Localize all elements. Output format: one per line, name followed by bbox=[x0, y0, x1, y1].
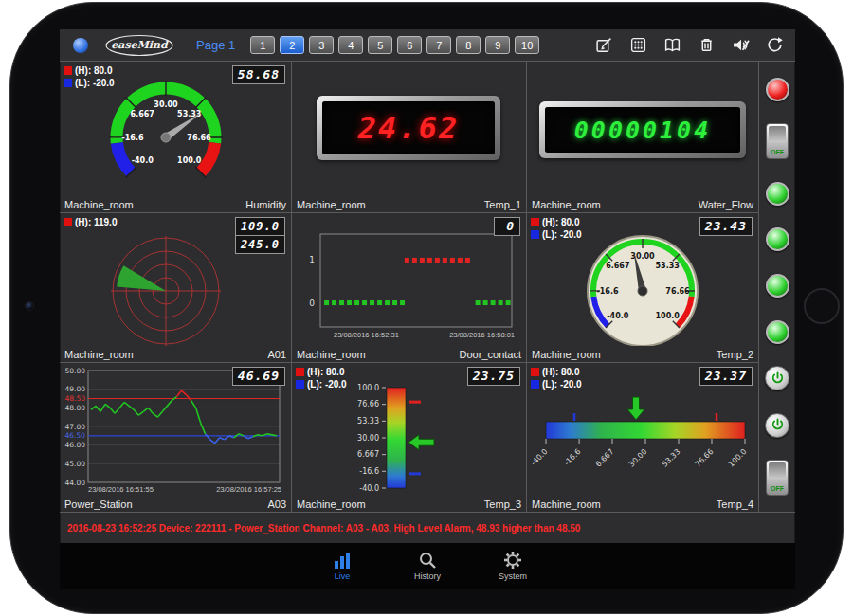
page-button-9[interactable]: 9 bbox=[485, 36, 510, 54]
limits-legend: (H): 80.0 (L): -20.0 bbox=[64, 64, 115, 89]
chart-start-time: 23/08/2016 16:52:31 bbox=[334, 331, 399, 339]
panel-caption: Machine_room Humidity bbox=[60, 196, 291, 212]
power-button[interactable] bbox=[765, 413, 789, 438]
svg-text:48.00: 48.00 bbox=[65, 404, 86, 412]
page-button-2[interactable]: 2 bbox=[280, 36, 304, 54]
screenshot-root: easeMind Page 1 12345678910 bbox=[0, 0, 853, 616]
svg-text:53.33: 53.33 bbox=[656, 262, 680, 270]
channel-label: Humidity bbox=[245, 199, 286, 210]
value-readout: 23.37 bbox=[699, 367, 753, 386]
svg-text:-40.0: -40.0 bbox=[529, 447, 549, 467]
indicator-lamp-green bbox=[766, 182, 789, 206]
low-limit-swatch bbox=[64, 79, 72, 87]
svg-text:46.50: 46.50 bbox=[65, 431, 86, 440]
panel-caption: Machine_room Temp_1 bbox=[292, 196, 526, 212]
led-counter-frame: 00000104 bbox=[539, 101, 746, 158]
switch-rocker[interactable] bbox=[769, 462, 786, 479]
tab-system-label: System bbox=[499, 571, 527, 581]
svg-text:76.66: 76.66 bbox=[187, 134, 211, 142]
svg-text:-16.6: -16.6 bbox=[596, 287, 618, 296]
channel-label: A03 bbox=[267, 498, 286, 510]
edit-icon[interactable] bbox=[595, 36, 613, 54]
svg-text:30.00: 30.00 bbox=[630, 252, 655, 261]
channel-label: Water_Flow bbox=[699, 199, 753, 210]
low-limit-label: (L): -20.0 bbox=[542, 229, 582, 240]
svg-text:53.33: 53.33 bbox=[357, 417, 379, 426]
svg-text:-16.6: -16.6 bbox=[563, 447, 583, 467]
limits-legend: (H): 80.0 (L): -20.0 bbox=[296, 366, 347, 390]
svg-text:47.00: 47.00 bbox=[65, 423, 86, 431]
page-button-10[interactable]: 10 bbox=[515, 36, 539, 54]
page-button-1[interactable]: 1 bbox=[250, 36, 275, 54]
high-limit-swatch bbox=[296, 368, 304, 376]
low-limit-swatch bbox=[296, 380, 304, 389]
panel-a01: (H): 119.0 109.0 245.0 Machine_room A01 bbox=[60, 213, 292, 363]
brand-name: easeMind bbox=[111, 39, 167, 51]
indicator-lamp-green bbox=[766, 320, 789, 344]
value-readout: 46.69 bbox=[232, 367, 285, 386]
home-button[interactable] bbox=[804, 288, 840, 324]
tab-system[interactable]: System bbox=[482, 551, 543, 581]
low-limit-label: (L): -20.0 bbox=[75, 78, 115, 88]
page-button-8[interactable]: 8 bbox=[456, 36, 481, 54]
led-counter: 00000104 bbox=[545, 107, 740, 153]
low-limit-label: (L): -20.0 bbox=[542, 379, 582, 390]
channel-label: Temp_1 bbox=[484, 199, 521, 210]
location-label: Machine_room bbox=[532, 349, 601, 360]
value-readout: 23.75 bbox=[467, 367, 520, 386]
led-display: 24.62 bbox=[322, 101, 495, 154]
high-limit-swatch bbox=[64, 66, 72, 75]
history-search-icon bbox=[418, 551, 437, 570]
location-label: Machine_room bbox=[297, 498, 366, 510]
connection-status-light bbox=[73, 38, 88, 53]
live-bars-icon bbox=[333, 551, 352, 570]
mute-speaker-icon[interactable] bbox=[732, 36, 750, 54]
svg-text:-16.6: -16.6 bbox=[121, 134, 143, 142]
tab-live-label: Live bbox=[335, 571, 351, 581]
panel-a03: 46.69 50.0049.0048.5048.0047.0046.5046.0… bbox=[60, 363, 292, 513]
page-button-3[interactable]: 3 bbox=[309, 36, 334, 54]
switch-rocker[interactable] bbox=[769, 126, 786, 142]
page-button-4[interactable]: 4 bbox=[338, 36, 363, 54]
power-button[interactable] bbox=[765, 366, 789, 390]
rocker-switch[interactable]: OFF bbox=[766, 460, 789, 496]
tab-history[interactable]: History bbox=[397, 551, 458, 581]
limits-legend: (H): 80.0 (L): -20.0 bbox=[531, 216, 582, 241]
power-icon bbox=[771, 418, 785, 432]
chart-end-time: 23/08/2016 16:58:01 bbox=[449, 331, 515, 339]
trash-icon[interactable] bbox=[698, 36, 716, 54]
led-display-frame: 24.62 bbox=[317, 96, 500, 160]
channel-label: Temp_3 bbox=[484, 498, 521, 510]
svg-text:30.00: 30.00 bbox=[154, 100, 178, 109]
panel-caption: Machine_room Water_Flow bbox=[527, 196, 758, 212]
panel-temp3: (H): 80.0 (L): -20.0 23.75 100.076.6653.… bbox=[292, 363, 527, 513]
panel-tem p4: (H): 80.0 (L): -20.0 23.37 -40.0-16.66.6… bbox=[527, 363, 759, 513]
tab-live[interactable]: Live bbox=[312, 551, 372, 581]
svg-text:100.0: 100.0 bbox=[357, 384, 379, 392]
rocker-switch[interactable]: OFF bbox=[766, 123, 789, 159]
tab-bar: Live History System bbox=[60, 543, 795, 589]
book-icon[interactable] bbox=[663, 36, 681, 54]
refresh-icon[interactable] bbox=[766, 36, 784, 54]
high-limit-label: (H): 80.0 bbox=[75, 65, 112, 76]
panel-temp2: (H): 80.0 (L): -20.0 23.43 -40.0-16.66.6… bbox=[527, 213, 759, 363]
panel-caption: Machine_room A01 bbox=[60, 346, 291, 362]
indicator-lamp-green bbox=[766, 227, 789, 251]
location-label: Machine_room bbox=[297, 349, 366, 360]
svg-text:-40.0: -40.0 bbox=[132, 156, 154, 165]
led-digits: 24.62 bbox=[358, 110, 459, 146]
high-limit-label: (H): 80.0 bbox=[307, 367, 344, 377]
limits-legend: (H): 80.0 (L): -20.0 bbox=[531, 366, 582, 390]
page-button-5[interactable]: 5 bbox=[368, 36, 392, 54]
door-contact-chart: 10 bbox=[292, 213, 526, 346]
svg-text:6.667: 6.667 bbox=[594, 447, 616, 469]
page-button-7[interactable]: 7 bbox=[426, 36, 451, 54]
page-button-6[interactable]: 6 bbox=[397, 36, 422, 54]
tablet-frame: easeMind Page 1 12345678910 bbox=[9, 2, 844, 614]
indicator-lamp-red bbox=[766, 78, 789, 101]
svg-text:30.00: 30.00 bbox=[357, 434, 379, 443]
svg-text:76.66: 76.66 bbox=[665, 287, 690, 296]
keypad-icon[interactable] bbox=[629, 36, 647, 54]
svg-text:6.667: 6.667 bbox=[357, 450, 379, 459]
alarm-message: 2016-08-23 16:52:25 Device: 222111 - Pow… bbox=[67, 523, 580, 534]
